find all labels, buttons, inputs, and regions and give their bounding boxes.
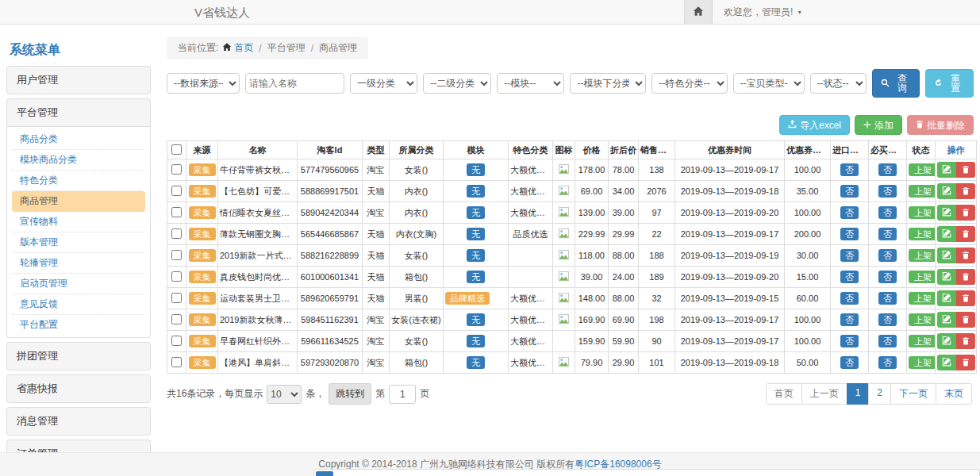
level1-category-select[interactable]: 一级分类 bbox=[350, 73, 417, 94]
row-select-cell[interactable] bbox=[167, 245, 186, 267]
user-menu[interactable]: 欢迎您，管理员! ▼ bbox=[713, 0, 813, 24]
row-checkbox[interactable] bbox=[171, 186, 182, 196]
sidebar-item-splash-page-mgmt[interactable]: 启动页管理 bbox=[12, 274, 145, 294]
must-buy-toggle[interactable]: 否 bbox=[878, 185, 897, 198]
add-button[interactable]: 添加 bbox=[855, 115, 902, 135]
import-choice-toggle[interactable]: 否 bbox=[840, 356, 859, 369]
row-checkbox[interactable] bbox=[171, 293, 182, 303]
sidebar-item-version-mgmt[interactable]: 版本管理 bbox=[12, 232, 145, 253]
must-buy-toggle[interactable]: 否 bbox=[878, 228, 897, 240]
pager-button[interactable]: 上一页 bbox=[801, 383, 847, 405]
sidebar-item-product-category[interactable]: 商品分类 bbox=[12, 129, 145, 150]
status-button[interactable]: 上架 bbox=[909, 271, 936, 283]
import-choice-toggle[interactable]: 否 bbox=[840, 271, 859, 283]
sidebar-item-carousel-mgmt[interactable]: 轮播管理 bbox=[12, 253, 145, 274]
edit-button[interactable] bbox=[937, 269, 956, 285]
delete-button[interactable] bbox=[956, 183, 975, 199]
row-select-cell[interactable] bbox=[167, 202, 186, 224]
row-select-cell[interactable] bbox=[167, 267, 186, 288]
must-buy-toggle[interactable]: 否 bbox=[878, 163, 897, 176]
status-button[interactable]: 上架 bbox=[909, 356, 936, 369]
status-button[interactable]: 上架 bbox=[909, 335, 936, 347]
jump-button[interactable]: 跳转到 bbox=[329, 383, 371, 405]
sidebar-item-product-mgmt[interactable]: 商品管理 bbox=[12, 191, 145, 212]
sidebar-item-feature-category[interactable]: 特色分类 bbox=[12, 171, 145, 191]
pager-current-page[interactable]: 1 bbox=[847, 383, 870, 405]
home-button[interactable] bbox=[684, 0, 713, 24]
pager-button[interactable]: 末页 bbox=[936, 383, 972, 405]
sidebar-menu-group-buy-mgmt[interactable]: 拼团管理 bbox=[6, 342, 151, 370]
pager-button[interactable]: 2 bbox=[868, 383, 891, 405]
import-choice-toggle[interactable]: 否 bbox=[840, 249, 859, 262]
name-search-input[interactable] bbox=[245, 73, 344, 94]
edit-button[interactable] bbox=[937, 226, 956, 242]
edit-button[interactable] bbox=[937, 183, 956, 199]
sidebar-menu-platform-mgmt[interactable]: 平台管理 bbox=[6, 98, 151, 127]
status-button[interactable]: 上架 bbox=[909, 228, 936, 240]
import-choice-toggle[interactable]: 否 bbox=[840, 185, 859, 198]
row-select-cell[interactable] bbox=[167, 309, 186, 331]
row-checkbox[interactable] bbox=[171, 336, 182, 346]
pager-button[interactable]: 下一页 bbox=[890, 383, 936, 405]
delete-button[interactable] bbox=[956, 290, 975, 306]
status-button[interactable]: 上架 bbox=[909, 313, 936, 326]
must-buy-toggle[interactable]: 否 bbox=[878, 292, 897, 305]
edit-button[interactable] bbox=[937, 312, 956, 328]
must-buy-toggle[interactable]: 否 bbox=[878, 249, 897, 262]
row-select-cell[interactable] bbox=[167, 288, 186, 309]
status-button[interactable]: 上架 bbox=[909, 206, 936, 219]
delete-button[interactable] bbox=[956, 162, 975, 178]
breadcrumb-home-link[interactable]: 首页 bbox=[222, 41, 253, 55]
sidebar-item-platform-config[interactable]: 平台配置 bbox=[12, 315, 145, 335]
row-checkbox[interactable] bbox=[171, 271, 182, 282]
sidebar-item-feedback[interactable]: 意见反馈 bbox=[12, 294, 145, 315]
status-button[interactable]: 上架 bbox=[909, 163, 936, 176]
select-all-checkbox[interactable] bbox=[171, 144, 182, 155]
edit-button[interactable] bbox=[937, 162, 956, 178]
reset-button[interactable]: 重置 bbox=[925, 69, 974, 98]
page-number-input[interactable] bbox=[389, 385, 416, 404]
status-select[interactable]: --状态-- bbox=[810, 73, 867, 94]
sidebar-item-promo-material[interactable]: 宣传物料 bbox=[12, 212, 145, 232]
data-source-select[interactable]: --数据来源-- bbox=[167, 73, 240, 94]
edit-button[interactable] bbox=[937, 205, 956, 221]
feature-category-select[interactable]: --特色分类-- bbox=[651, 73, 727, 94]
must-buy-toggle[interactable]: 否 bbox=[878, 335, 897, 347]
sidebar-menu-message-mgmt[interactable]: 消息管理 bbox=[6, 407, 151, 436]
delete-button[interactable] bbox=[956, 355, 975, 370]
row-select-cell[interactable] bbox=[167, 181, 186, 202]
edit-button[interactable] bbox=[937, 248, 956, 263]
import-choice-toggle[interactable]: 否 bbox=[840, 206, 859, 219]
import-choice-toggle[interactable]: 否 bbox=[840, 313, 859, 326]
row-select-cell[interactable] bbox=[167, 159, 186, 181]
row-checkbox[interactable] bbox=[171, 314, 182, 324]
delete-button[interactable] bbox=[956, 269, 975, 285]
edit-button[interactable] bbox=[937, 355, 956, 370]
delete-button[interactable] bbox=[956, 312, 975, 328]
import-choice-toggle[interactable]: 否 bbox=[840, 292, 859, 305]
batch-delete-button[interactable]: 批量删除 bbox=[907, 115, 974, 135]
row-checkbox[interactable] bbox=[171, 357, 182, 367]
row-checkbox[interactable] bbox=[171, 228, 182, 239]
search-button[interactable]: 查询 bbox=[872, 69, 920, 98]
status-button[interactable]: 上架 bbox=[909, 185, 936, 198]
delete-button[interactable] bbox=[956, 226, 975, 242]
edit-button[interactable] bbox=[937, 290, 956, 306]
must-buy-toggle[interactable]: 否 bbox=[878, 356, 897, 369]
delete-button[interactable] bbox=[956, 248, 975, 263]
row-select-cell[interactable] bbox=[167, 331, 186, 352]
pager-button[interactable]: 首页 bbox=[766, 383, 802, 405]
import-excel-button[interactable]: 导入excel bbox=[779, 115, 850, 135]
module-sub-select[interactable]: --模块下分类-- bbox=[570, 73, 646, 94]
edit-button[interactable] bbox=[937, 333, 956, 349]
sidebar-menu-user-mgmt[interactable]: 用户管理 bbox=[6, 66, 151, 94]
delete-button[interactable] bbox=[956, 333, 975, 349]
status-button[interactable]: 上架 bbox=[909, 292, 936, 305]
row-select-cell[interactable] bbox=[167, 224, 186, 245]
page-size-select[interactable]: 10 bbox=[267, 385, 302, 404]
must-buy-toggle[interactable]: 否 bbox=[878, 271, 897, 283]
sidebar-item-module-product-category[interactable]: 模块商品分类 bbox=[12, 150, 145, 171]
level2-category-select[interactable]: --二级分类-- bbox=[423, 73, 491, 94]
delete-button[interactable] bbox=[956, 205, 975, 221]
row-checkbox[interactable] bbox=[171, 164, 182, 175]
